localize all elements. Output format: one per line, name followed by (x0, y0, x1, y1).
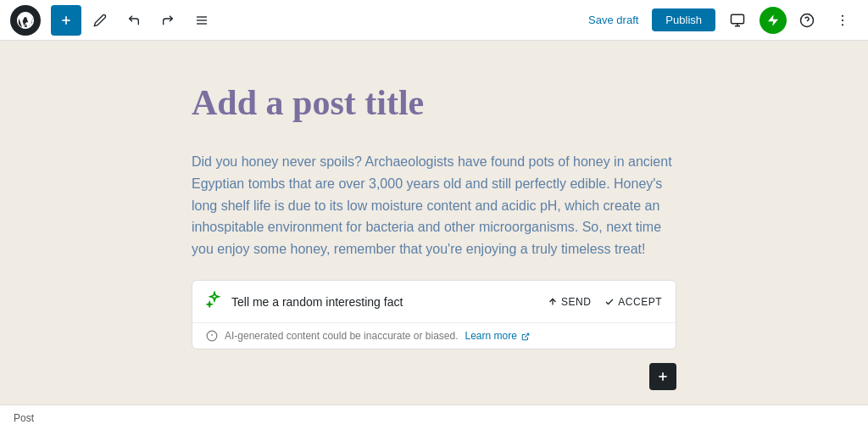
external-link-icon (521, 332, 530, 341)
accept-check-icon (604, 297, 615, 307)
wp-logo[interactable] (10, 5, 41, 36)
list-view-button[interactable] (186, 5, 217, 36)
toolbar-right: Save draft Publish (581, 5, 858, 36)
plus-icon (59, 14, 73, 27)
edit-mode-button[interactable] (85, 5, 115, 36)
undo-button[interactable] (119, 5, 149, 36)
editor-area: Add a post title Did you honey never spo… (0, 41, 868, 405)
post-title[interactable]: Add a post title (192, 81, 676, 124)
undo-icon (127, 14, 141, 27)
ai-send-button[interactable]: SEND (548, 296, 591, 308)
learn-more-link[interactable]: Learn more (465, 330, 531, 342)
help-icon (799, 13, 815, 28)
redo-button[interactable] (153, 5, 183, 36)
send-arrow-icon (548, 297, 558, 307)
view-button[interactable] (722, 5, 753, 36)
more-options-button[interactable] (827, 5, 858, 36)
help-button[interactable] (793, 7, 821, 34)
plus-bottom-icon (656, 370, 670, 383)
ai-sparkle-icon (206, 291, 223, 312)
accept-label: ACCEPT (618, 296, 662, 308)
svg-line-18 (525, 333, 529, 338)
pen-icon (93, 14, 107, 27)
svg-marker-8 (768, 14, 778, 25)
svg-rect-5 (732, 14, 744, 24)
jetpack-button[interactable] (760, 7, 787, 34)
status-bar: Post (0, 405, 868, 430)
disclaimer-text: AI-generated content could be inaccurate… (225, 330, 459, 342)
redo-icon (161, 14, 175, 27)
toolbar-left (10, 5, 578, 36)
svg-point-12 (842, 19, 843, 20)
toolbar: Save draft Publish (0, 0, 868, 41)
list-view-icon (195, 14, 209, 27)
post-body[interactable]: Did you honey never spoils? Archaeologis… (192, 151, 676, 260)
info-icon (206, 330, 218, 342)
svg-point-11 (842, 14, 843, 16)
editor-content: Add a post title Did you honey never spo… (171, 81, 697, 354)
ai-disclaimer: AI-generated content could be inaccurate… (192, 322, 676, 349)
sparkle-icon (206, 291, 223, 308)
svg-point-13 (842, 24, 843, 25)
ai-prompt-input[interactable]: Tell me a random interesting fact (231, 295, 539, 309)
send-label: SEND (561, 296, 591, 308)
ai-accept-button[interactable]: ACCEPT (604, 296, 662, 308)
jetpack-icon (766, 14, 780, 27)
status-post-label: Post (14, 412, 34, 424)
save-draft-button[interactable]: Save draft (581, 8, 645, 31)
ai-actions: SEND ACCEPT (548, 296, 662, 308)
ai-prompt-box: Tell me a random interesting fact SEND A… (192, 280, 676, 349)
wp-logo-icon (17, 12, 34, 29)
add-block-button[interactable] (51, 5, 81, 36)
add-block-bottom-button[interactable] (649, 363, 676, 390)
monitor-icon (730, 13, 745, 28)
publish-button[interactable]: Publish (652, 8, 715, 31)
ai-prompt-top: Tell me a random interesting fact SEND A… (192, 281, 676, 322)
learn-more-label: Learn more (465, 330, 517, 342)
more-dots-icon (835, 13, 850, 28)
